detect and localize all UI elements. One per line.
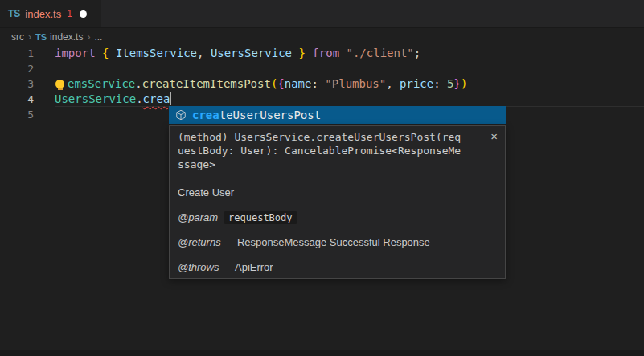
code-token: . xyxy=(135,77,142,90)
code-line[interactable]: 2 xyxy=(0,61,644,76)
suggestion-item-selected[interactable]: createUserUsersPost xyxy=(169,106,506,124)
doc-tag-text: — ResponseMessage Successful Response xyxy=(221,236,430,248)
chevron-right-icon: › xyxy=(87,31,90,43)
code-token: : xyxy=(311,77,325,90)
tab-error-count-badge: 1 xyxy=(67,8,72,19)
code-line[interactable]: 4UsersService.crea xyxy=(0,92,644,107)
code-token: { xyxy=(277,77,284,90)
code-token: } xyxy=(454,77,461,90)
doc-tag-line: @returns — ResponseMessage Successful Re… xyxy=(178,236,484,249)
suggest-docs-tags: @paramrequestBody@returns — ResponseMess… xyxy=(178,211,484,274)
line-number: 5 xyxy=(0,107,34,122)
method-cube-icon xyxy=(175,109,187,121)
doc-tag-line: @throws — ApiError xyxy=(178,261,484,274)
code-token: ItemsService xyxy=(116,47,197,59)
code-token: "Plumbus" xyxy=(325,77,386,90)
line-content: import { ItemsService, UsersService } fr… xyxy=(55,46,644,61)
doc-tag-name: @param xyxy=(178,211,218,223)
code-token: , xyxy=(386,77,400,90)
doc-tag-name: @returns xyxy=(178,236,221,248)
suggestion-match-text: crea xyxy=(192,108,219,121)
code-token: UsersService xyxy=(211,47,292,59)
tab-index-ts[interactable]: TS index.ts 1 xyxy=(0,0,101,27)
tab-label: index.ts xyxy=(25,8,61,20)
close-icon[interactable]: × xyxy=(489,129,499,144)
doc-tag-code-chip: requestBody xyxy=(224,211,297,224)
code-token: : xyxy=(433,77,447,90)
lightbulb-icon[interactable] xyxy=(55,80,64,88)
signature-line: ssage> xyxy=(178,158,484,171)
signature-line: (method) UsersService.createUserUsersPos… xyxy=(178,130,484,144)
line-number: 2 xyxy=(0,61,34,76)
code-token: , xyxy=(197,47,211,59)
doc-tag-name: @throws xyxy=(178,261,219,273)
window-bottom-edge xyxy=(0,350,644,356)
suggestion-rest-text: teUserUsersPost xyxy=(219,108,321,121)
code-token: } xyxy=(298,47,305,59)
code-token: UsersService xyxy=(55,92,136,105)
breadcrumb-folder[interactable]: src xyxy=(11,31,24,43)
code-token: name xyxy=(285,77,312,90)
code-token: ; xyxy=(414,47,420,59)
line-content: emsService.createItemItemsPost({name: "P… xyxy=(55,76,644,92)
code-token: from xyxy=(312,47,346,59)
code-token: "./client" xyxy=(347,47,414,59)
vscode-window: TS index.ts 1 src › TS index.ts › ... 1i… xyxy=(0,0,644,356)
code-line[interactable]: 1import { ItemsService, UsersService } f… xyxy=(0,46,644,61)
code-token: crea xyxy=(143,92,170,105)
code-token: 5 xyxy=(447,77,453,90)
line-number: 4 xyxy=(0,92,34,107)
code-token: { xyxy=(102,47,116,59)
code-token: emsService xyxy=(68,77,135,90)
line-number: 3 xyxy=(0,76,34,92)
doc-description: Create User xyxy=(178,186,484,199)
chevron-right-icon: › xyxy=(28,31,31,43)
typescript-file-icon: TS xyxy=(35,32,47,42)
code-token: price xyxy=(400,77,433,90)
line-content xyxy=(55,61,644,76)
text-cursor-caret xyxy=(170,92,171,105)
line-content: UsersService.crea xyxy=(55,92,644,107)
breadcrumb: src › TS index.ts › ... xyxy=(0,28,644,45)
unsaved-changes-dot-icon[interactable] xyxy=(80,10,87,18)
suggestion-docs-panel: × (method) UsersService.createUserUsersP… xyxy=(169,125,506,279)
signature-line: uestBody: User): CancelablePromise<Respo… xyxy=(178,144,484,158)
code-token: ) xyxy=(461,77,467,90)
suggest-docs-signature: (method) UsersService.createUserUsersPos… xyxy=(178,130,484,171)
breadcrumb-ellipsis[interactable]: ... xyxy=(94,31,102,43)
code-line[interactable]: 3emsService.createItemItemsPost({name: "… xyxy=(0,76,644,92)
doc-tag-line: @paramrequestBody xyxy=(178,211,484,224)
code-token: createItemItemsPost xyxy=(142,77,271,90)
breadcrumb-file[interactable]: index.ts xyxy=(50,31,83,43)
code-token: . xyxy=(136,92,142,105)
doc-tag-text: — ApiError xyxy=(219,261,273,273)
code-token: import xyxy=(55,47,102,59)
typescript-file-icon: TS xyxy=(8,8,20,19)
intellisense-popup: createUserUsersPost × (method) UsersServ… xyxy=(169,106,506,279)
tab-bar: TS index.ts 1 xyxy=(0,0,644,28)
line-number: 1 xyxy=(0,46,34,61)
